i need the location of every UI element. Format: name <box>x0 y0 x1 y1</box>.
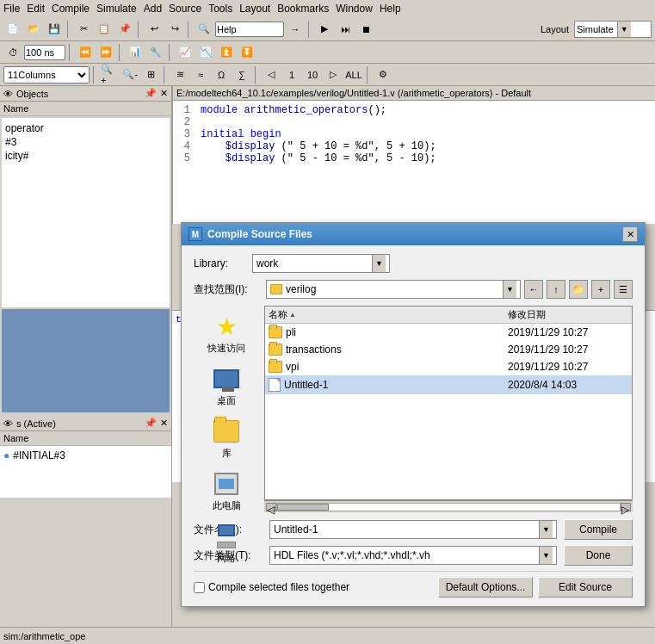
dialog-title: Compile Source Files <box>207 228 622 240</box>
compile-together-checkbox-label[interactable]: Compile selected files together <box>194 581 349 593</box>
nav-new-btn[interactable]: + <box>591 280 610 299</box>
sort-arrow: ▲ <box>289 311 296 319</box>
file-list[interactable]: 名称 ▲ 修改日期 pli 2019/11/29 10:27 <box>264 306 633 500</box>
filetype-label: 文件类型(T): <box>194 548 263 563</box>
date-column-header[interactable]: 修改日期 <box>508 308 628 321</box>
scroll-thumb[interactable] <box>277 504 329 511</box>
location-row: 查找范围(I): verilog ▼ ← ↑ 📁 + ☰ <box>194 280 633 299</box>
location-value: verilog <box>286 283 316 295</box>
done-btn-label: Done <box>586 549 611 561</box>
edit-source-label: Edit Source <box>559 581 612 593</box>
default-options-label: Default Options... <box>446 581 526 593</box>
footer-buttons: Default Options... Edit Source <box>438 577 633 598</box>
folder-icon <box>269 361 282 373</box>
default-options-button[interactable]: Default Options... <box>438 577 533 598</box>
scroll-track[interactable] <box>276 503 621 511</box>
location-arrow: ▼ <box>503 281 516 298</box>
file-name: vpi <box>286 361 504 373</box>
scroll-right-btn[interactable]: ▷ <box>621 503 631 511</box>
dialog-close-button[interactable]: ✕ <box>622 226 638 242</box>
quick-access-label: 快速访问 <box>207 342 245 355</box>
edit-source-button[interactable]: Edit Source <box>538 577 633 598</box>
filename-value: Untitled-1 <box>274 523 318 536</box>
star-icon: ★ <box>213 313 240 340</box>
table-row[interactable]: pli 2019/11/29 10:27 <box>265 324 632 341</box>
folder-icon <box>269 326 282 338</box>
library-row: Library: work ▼ <box>194 254 633 273</box>
compile-source-dialog: M Compile Source Files ✕ Library: work ▼… <box>181 222 646 607</box>
file-name: pli <box>286 326 504 338</box>
dialog-app-icon: M <box>188 227 202 241</box>
quick-sidebar: ★ 快速访问 桌面 <box>194 306 259 512</box>
nav-folder-btn[interactable]: 📁 <box>569 280 588 299</box>
file-date: 2019/11/29 10:27 <box>508 326 628 338</box>
compile-together-checkbox[interactable] <box>194 582 205 593</box>
filetype-arrow: ▼ <box>539 547 553 564</box>
nav-view-btn[interactable]: ☰ <box>614 280 633 299</box>
name-column-header[interactable]: 名称 ▲ <box>269 308 508 321</box>
filetype-combo[interactable]: HDL Files (*.v;*.vl;*.vhd;*.vhdl;*.vh ▼ <box>269 546 557 565</box>
library-value: work <box>256 257 278 269</box>
nav-up-btn[interactable]: ↑ <box>547 280 565 299</box>
compile-together-label: Compile selected files together <box>208 581 349 593</box>
desktop-label: 桌面 <box>217 394 236 407</box>
filename-arrow: ▼ <box>539 521 553 538</box>
compile-button[interactable]: Compile <box>564 519 633 540</box>
horizontal-scrollbar[interactable]: ◁ ▷ <box>264 500 633 512</box>
desktop-item[interactable]: 桌面 <box>196 362 256 411</box>
lib-icon <box>213 418 240 445</box>
location-combo[interactable]: verilog ▼ <box>266 280 521 299</box>
computer-item[interactable]: 此电脑 <box>196 467 256 516</box>
dialog-main-area: ★ 快速访问 桌面 <box>194 306 633 512</box>
table-row[interactable]: vpi 2019/11/29 10:27 <box>265 358 632 375</box>
library-item[interactable]: 库 <box>196 414 256 463</box>
dialog-body: Library: work ▼ 查找范围(I): verilog ▼ ← ↑ <box>182 245 645 606</box>
file-list-container: 名称 ▲ 修改日期 pli 2019/11/29 10:27 <box>264 306 633 512</box>
scroll-left-btn[interactable]: ◁ <box>266 503 276 511</box>
table-row[interactable]: transactions 2019/11/29 10:27 <box>265 341 632 358</box>
nav-back-btn[interactable]: ← <box>524 280 543 299</box>
file-list-header: 名称 ▲ 修改日期 <box>265 307 632 324</box>
file-date: 2019/11/29 10:27 <box>508 344 628 356</box>
filetype-row: 文件类型(T): HDL Files (*.v;*.vl;*.vhd;*.vhd… <box>194 545 633 566</box>
network-icon <box>213 523 240 550</box>
file-date: 2020/8/4 14:03 <box>508 379 628 391</box>
table-row[interactable]: Untitled-1 2020/8/4 14:03 <box>265 375 632 394</box>
filetype-value: HDL Files (*.v;*.vl;*.vhd;*.vhdl;*.vh <box>274 549 430 561</box>
done-button[interactable]: Done <box>564 545 633 566</box>
file-icon <box>269 378 281 392</box>
library-label: Library: <box>194 257 245 269</box>
file-name: transactions <box>286 344 504 356</box>
desktop-icon <box>213 365 240 393</box>
dialog-titlebar: M Compile Source Files ✕ <box>182 223 645 245</box>
library-combo[interactable]: work ▼ <box>252 254 390 273</box>
library-arrow: ▼ <box>372 255 386 272</box>
name-col-label: 名称 <box>269 308 287 321</box>
filename-combo[interactable]: Untitled-1 ▼ <box>269 520 557 539</box>
file-name: Untitled-1 <box>284 379 504 391</box>
file-date: 2019/11/29 10:27 <box>508 361 628 373</box>
computer-icon <box>213 470 240 498</box>
date-col-label: 修改日期 <box>508 309 546 319</box>
dialog-footer: Compile selected files together Default … <box>194 571 633 598</box>
filename-row: 文件名(N): Untitled-1 ▼ Compile <box>194 519 633 540</box>
location-label: 查找范围(I): <box>194 282 263 297</box>
compile-btn-label: Compile <box>579 523 617 536</box>
library-sidebar-label: 库 <box>222 447 232 460</box>
dialog-overlay: M Compile Source Files ✕ Library: work ▼… <box>0 0 655 644</box>
computer-label: 此电脑 <box>213 499 241 512</box>
folder-icon <box>269 344 282 356</box>
quick-access-item[interactable]: ★ 快速访问 <box>196 309 256 358</box>
